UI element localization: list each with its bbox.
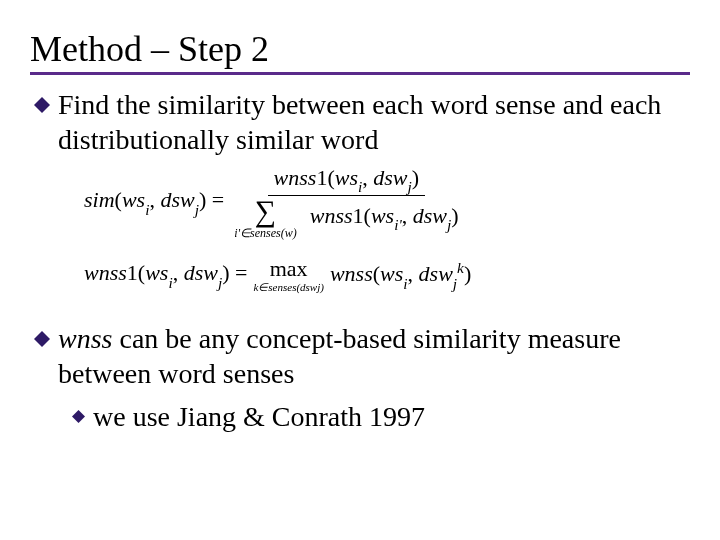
eq2-rhs-arg2-sub: j — [453, 275, 457, 292]
eq2-rhs-arg2-sup: k — [457, 259, 464, 276]
eq1-lhs-arg2-base: dsw — [160, 187, 194, 212]
equation-2: wnss1(wsi, dswj) = max k∈senses(dswj) wn… — [84, 251, 690, 299]
eq1-lhs-arg1-base: ws — [122, 187, 145, 212]
eq2-rhs-arg1-sub: i — [403, 275, 407, 292]
eq1-num-arg1-base: ws — [335, 165, 358, 190]
slide-body: Find the similarity between each word se… — [30, 87, 690, 434]
eq2-max-label: max — [270, 258, 308, 280]
diamond-bullet-icon — [34, 331, 50, 347]
eq1-lhs-func: sim — [84, 187, 115, 212]
eq1-den-sup: 1 — [353, 202, 364, 227]
bullet-1: Find the similarity between each word se… — [34, 87, 690, 157]
eq2-lhs-arg2-sub: j — [218, 274, 222, 291]
bullet-2-sub-text: we use Jiang & Conrath 1997 — [93, 399, 690, 434]
svg-marker-0 — [34, 97, 50, 113]
eq1-lhs-arg1-sub: i — [145, 201, 149, 218]
eq1-den-arg2-base: dsw — [413, 202, 447, 227]
slide: Method – Step 2 Find the similarity betw… — [0, 0, 720, 434]
diamond-bullet-icon — [72, 410, 85, 423]
diamond-bullet-icon — [34, 97, 50, 113]
eq1-den-arg2-sub: j — [447, 216, 451, 233]
bullet-2-text: wnss can be any concept-based similarity… — [58, 321, 690, 391]
eq2-lhs-func: wnss — [84, 260, 127, 285]
eq1-num-arg2-sub: j — [408, 178, 412, 195]
svg-marker-2 — [72, 410, 85, 423]
max-operator: max k∈senses(dswj) — [253, 258, 324, 293]
eq1-den-arg1-sub: i' — [394, 216, 402, 233]
eq2-lhs-arg1-sub: i — [168, 274, 172, 291]
bullet-2: wnss can be any concept-based similarity… — [34, 321, 690, 391]
eq2-lhs-sup: 1 — [127, 260, 138, 285]
eq1-num-arg2-base: dsw — [373, 165, 407, 190]
eq2-lhs-arg1-base: ws — [145, 260, 168, 285]
bullet-1-text: Find the similarity between each word se… — [58, 87, 690, 157]
eq1-sum-limit: i'∈senses(w) — [234, 227, 297, 239]
eq2-lhs-arg2-base: dsw — [184, 260, 218, 285]
eq1-fraction: wnss1(wsi, dswj) ∑ i'∈senses(w) wnss1(ws… — [228, 165, 464, 239]
bullet-2-rest: can be any concept-based similarity meas… — [58, 323, 621, 389]
eq2-max-limit: k∈senses(dswj) — [253, 282, 324, 293]
eq2-rhs-arg2-base: dsw — [419, 261, 453, 286]
eq1-den-arg1-base: ws — [371, 202, 394, 227]
svg-marker-1 — [34, 331, 50, 347]
eq1-den-func: wnss — [310, 202, 353, 227]
equation-1: sim(wsi, dswj) = wnss1(wsi, dswj) ∑ i'∈s… — [84, 167, 690, 237]
equation-area: sim(wsi, dswj) = wnss1(wsi, dswj) ∑ i'∈s… — [84, 167, 690, 299]
bullet-2-lead: wnss — [58, 323, 112, 354]
sum-icon: ∑ i'∈senses(w) — [234, 196, 297, 239]
bullet-2-sub: we use Jiang & Conrath 1997 — [72, 399, 690, 434]
eq2-rhs-arg1-base: ws — [380, 261, 403, 286]
eq1-num-sup: 1 — [316, 165, 327, 190]
eq1-num-func: wnss — [274, 165, 317, 190]
slide-title: Method – Step 2 — [30, 28, 690, 75]
eq2-rhs-func: wnss — [330, 261, 373, 286]
eq1-lhs-arg2-sub: j — [195, 201, 199, 218]
eq1-num-arg1-sub: i — [358, 178, 362, 195]
